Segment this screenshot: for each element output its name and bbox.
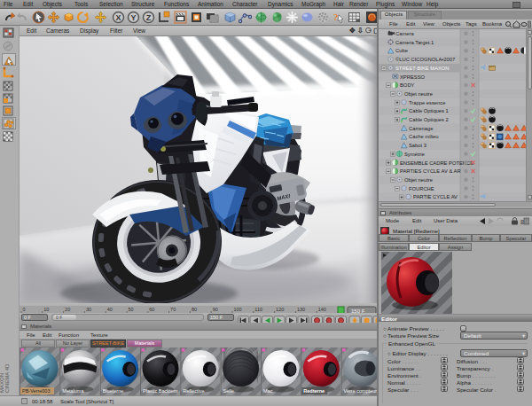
svg-text:PARTIE CYCLE AV: PARTIE CYCLE AV — [413, 194, 458, 199]
svg-text:120: 120 — [276, 307, 284, 312]
svg-text:Carrenage: Carrenage — [409, 126, 433, 131]
svg-text:60: 60 — [149, 307, 154, 312]
svg-text:Z: Z — [146, 13, 152, 22]
svg-text:Cable Optiques 2: Cable Optiques 2 — [409, 117, 449, 122]
svg-text:©LUC CICOGNOLA•2007: ©LUC CICOGNOLA•2007 — [395, 57, 455, 62]
svg-text:Metaluma: Metaluma — [62, 388, 84, 394]
svg-text:70: 70 — [170, 307, 176, 312]
svg-text:Blueterne: Blueterne — [103, 388, 124, 394]
svg-text:30: 30 — [86, 307, 91, 312]
svg-text:XPRESSO: XPRESSO — [400, 74, 426, 80]
svg-text:Cube: Cube — [395, 48, 408, 53]
svg-text:CINEMA 4D: CINEMA 4D — [4, 363, 10, 393]
svg-text:100: 100 — [234, 307, 242, 312]
svg-text:130: 130 — [297, 307, 305, 312]
svg-text:Verre compteur: Verre compteur — [344, 388, 378, 394]
svg-text:Camera.Target.1: Camera.Target.1 — [395, 40, 434, 45]
svg-text:Objet neutre: Objet neutre — [404, 177, 433, 183]
svg-text:10: 10 — [43, 307, 49, 312]
svg-text:110: 110 — [254, 307, 262, 312]
svg-text:PARTIES CYCLE AV & AR: PARTIES CYCLE AV & AR — [400, 168, 461, 174]
svg-text:0: 0 — [23, 307, 26, 312]
svg-text:50: 50 — [129, 307, 134, 312]
svg-text:Objet neutre: Objet neutre — [404, 91, 433, 97]
svg-text:Mac: Mac — [263, 388, 273, 394]
svg-text:Selle: Selle — [223, 388, 234, 394]
svg-text:40: 40 — [107, 307, 113, 312]
svg-text:Cable Optiques 1: Cable Optiques 1 — [409, 108, 449, 113]
svg-text:Reflective: Reflective — [183, 388, 204, 394]
svg-text:STREET-BIKE MAXON: STREET-BIKE MAXON — [395, 66, 450, 71]
svg-text:80: 80 — [192, 307, 197, 312]
svg-text:BODY: BODY — [400, 82, 415, 88]
svg-text:Redterne: Redterne — [303, 388, 325, 394]
svg-text:FOURCHE: FOURCHE — [409, 186, 434, 191]
svg-text:Trappe essence: Trappe essence — [409, 100, 445, 105]
svg-text:Sabot 3: Sabot 3 — [409, 143, 426, 148]
svg-text:8: 8 — [520, 219, 524, 225]
svg-text:PB-Verre003: PB-Verre003 — [22, 388, 51, 394]
svg-text:90: 90 — [213, 307, 218, 312]
svg-text:Symétrie: Symétrie — [404, 152, 425, 157]
svg-text:X: X — [115, 13, 121, 22]
svg-text:Plastic Backtern: Plastic Backtern — [143, 388, 177, 394]
svg-text:20: 20 — [65, 307, 70, 312]
svg-text:ENSEMBLE CADRE POTENCE: ENSEMBLE CADRE POTENCE — [400, 160, 473, 166]
svg-text:Y: Y — [130, 13, 136, 22]
svg-text:Camera: Camera — [395, 31, 414, 36]
svg-text:140: 140 — [318, 307, 326, 312]
svg-text:?: ? — [333, 12, 339, 22]
svg-text:Cache milieu: Cache milieu — [409, 134, 439, 139]
